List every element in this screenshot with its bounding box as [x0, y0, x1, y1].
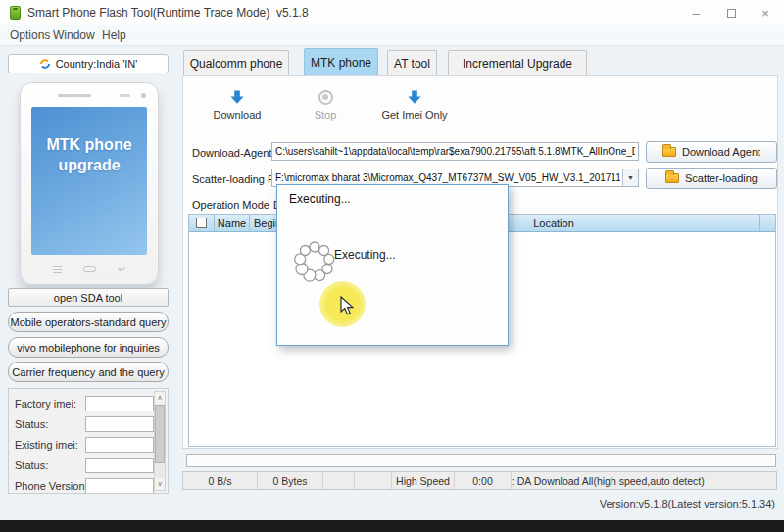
- status-cell-empty: [323, 472, 355, 489]
- get-imei-label: Get Imei Only: [370, 109, 459, 121]
- form-row: Existing imei:: [15, 437, 162, 454]
- table-header-corner: [760, 215, 775, 231]
- column-name[interactable]: Name: [215, 215, 250, 231]
- vivo-inquiries-button[interactable]: vivo mobilephone for inquiries: [8, 337, 169, 358]
- minimize-button[interactable]: –: [681, 0, 710, 25]
- menu-help[interactable]: Help: [96, 25, 132, 46]
- phone-screen: MTK phone upgrade: [31, 107, 147, 255]
- download-button[interactable]: Download: [204, 88, 270, 121]
- app-window: Smart Phone Flash Tool(Runtime Trace Mod…: [0, 0, 784, 532]
- dialog-title: Executing...: [289, 192, 351, 206]
- scroll-down-icon[interactable]: ∨: [155, 478, 165, 490]
- folder-icon: [665, 173, 679, 183]
- dropdown-arrow-icon: ▼: [627, 174, 634, 181]
- tab-at-tool[interactable]: AT tool: [387, 50, 437, 75]
- status-bytes: 0 Bytes: [258, 472, 323, 489]
- app-icon: [10, 6, 21, 20]
- maximize-icon: [727, 9, 736, 18]
- version-text: Version:v5.1.8(Latest version:5.1.34): [600, 498, 775, 509]
- progress-bar: [186, 454, 776, 467]
- combobox-dropdown-button[interactable]: ▼: [622, 169, 638, 186]
- phone-back-icon: ↩: [118, 266, 125, 273]
- phone-screen-line2: upgrade: [31, 155, 147, 175]
- open-sda-tool-button[interactable]: open SDA tool: [8, 288, 169, 307]
- phone-illustration: MTK phone upgrade ↩: [20, 82, 159, 285]
- country-button[interactable]: Country:India 'IN': [8, 54, 169, 73]
- window-title: Smart Phone Flash Tool(Runtime Trace Mod…: [27, 0, 309, 25]
- status-usb-mode: USB: DA Download All(high speed,auto det…: [512, 472, 776, 489]
- form-row: Phone Version:: [15, 478, 162, 494]
- form-row: Status:: [15, 458, 162, 474]
- operation-mode-label: Operation Mode: [192, 199, 270, 211]
- folder-icon: [662, 147, 676, 157]
- country-label: Country:India 'IN': [56, 58, 138, 70]
- status-speed: 0 B/s: [183, 472, 258, 489]
- menu-bar: Options Window Help: [0, 25, 784, 46]
- status-high-speed: High Speed: [392, 472, 455, 489]
- bottom-strip: [0, 520, 784, 532]
- mobile-operators-query-button[interactable]: Mobile operators-standard query: [8, 312, 169, 332]
- menu-window[interactable]: Window: [47, 25, 101, 46]
- form-row: Status:: [15, 416, 162, 433]
- scrollbar-thumb[interactable]: [155, 405, 165, 463]
- get-imei-only-button[interactable]: Get Imei Only: [370, 88, 459, 121]
- scatter-loading-browse-button[interactable]: Scatter-loading: [646, 168, 777, 189]
- form-row: Factory imei:: [15, 396, 162, 412]
- stop-icon: [299, 88, 352, 106]
- status-bar: 0 B/s 0 Bytes High Speed 0:00 USB: DA Do…: [182, 471, 777, 490]
- phone-version-field[interactable]: [85, 478, 154, 494]
- spinner-icon: [291, 238, 338, 285]
- download-agent-label: Download-Agent: [192, 147, 271, 159]
- phone-speaker: [58, 94, 91, 97]
- phone-sensor: [120, 94, 130, 97]
- dialog-message: Executing...: [334, 248, 396, 262]
- tab-incremental-upgrade[interactable]: Incremental Upgrade: [448, 50, 587, 75]
- scroll-up-icon[interactable]: ∧: [155, 392, 165, 404]
- download-agent-button-label: Download Agent: [682, 146, 760, 158]
- status-time: 0:00: [455, 472, 512, 489]
- scatter-button-label: Scatter-loading: [685, 172, 758, 184]
- download-agent-path-input[interactable]: [271, 142, 639, 161]
- phone-home-icon: [83, 266, 96, 272]
- existing-imei-field[interactable]: [85, 437, 154, 453]
- carrier-frequency-query-button[interactable]: Carrier frequency and the query: [8, 362, 169, 382]
- download-arrow-icon: [204, 88, 270, 106]
- phone-menu-icon: [53, 266, 62, 273]
- sync-icon: [39, 58, 51, 70]
- phone-nav-bar: ↩: [21, 263, 158, 276]
- status2-label: Status:: [15, 459, 48, 471]
- select-all-checkbox[interactable]: [196, 218, 207, 228]
- select-all-cell: [189, 215, 215, 231]
- minimize-icon: –: [692, 6, 699, 21]
- close-button[interactable]: ×: [751, 0, 780, 25]
- tab-qualcomm-phone[interactable]: Qualcomm phone: [183, 50, 289, 75]
- maximize-button[interactable]: [716, 0, 746, 25]
- phone-screen-line1: MTK phone: [31, 134, 147, 155]
- status-field[interactable]: [85, 416, 154, 432]
- form-scrollbar[interactable]: ∧ ∨: [154, 391, 166, 491]
- get-imei-arrow-icon: [370, 88, 459, 106]
- status-cell-empty: [355, 472, 392, 489]
- executing-dialog: Executing... Executing...: [276, 184, 509, 346]
- download-label: Download: [204, 109, 270, 121]
- download-agent-browse-button[interactable]: Download Agent: [646, 141, 777, 163]
- factory-imei-label: Factory imei:: [15, 398, 76, 410]
- stop-label: Stop: [299, 109, 352, 121]
- close-icon: ×: [761, 6, 769, 21]
- tab-mtk-phone[interactable]: MTK phone: [304, 48, 378, 75]
- existing-imei-label: Existing imei:: [15, 439, 78, 451]
- status-label: Status:: [15, 418, 48, 430]
- status2-field[interactable]: [85, 458, 154, 473]
- stop-button[interactable]: Stop: [299, 88, 352, 121]
- phone-camera-icon: [141, 93, 146, 98]
- imei-form-panel: Factory imei: Status: Existing imei: Sta…: [8, 388, 169, 494]
- phone-version-label: Phone Version:: [15, 480, 88, 492]
- factory-imei-field[interactable]: [85, 396, 154, 411]
- title-bar: Smart Phone Flash Tool(Runtime Trace Mod…: [0, 0, 784, 25]
- mouse-cursor-icon: [340, 296, 354, 316]
